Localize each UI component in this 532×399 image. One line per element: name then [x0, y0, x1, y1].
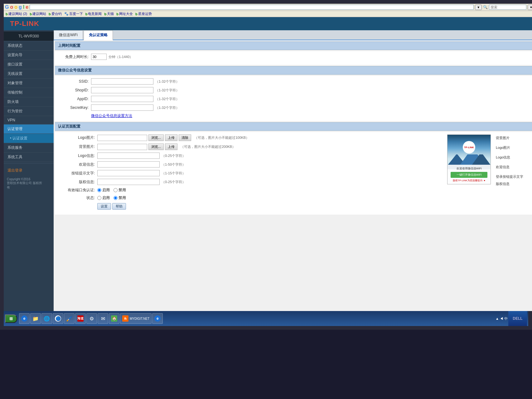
status-enable-radio[interactable]	[97, 196, 101, 200]
taskbar-browser-icon[interactable]: 🌐	[41, 313, 52, 324]
status-disable-label[interactable]: 禁用	[114, 195, 126, 201]
label-copyright: 版权信息:	[60, 179, 97, 185]
nav-button[interactable]: ▼	[475, 5, 482, 10]
sidebar-logout[interactable]: 退出登录	[4, 166, 54, 175]
logo-clear-button[interactable]: 清除	[179, 134, 191, 141]
router-page: TP-LINK TL-WVR300 系统状态 设置向导 接口设置 无线设置 对象…	[4, 17, 532, 311]
input-appid[interactable]	[91, 96, 153, 102]
taskbar-haidao-icon[interactable]: 海道	[75, 313, 86, 324]
taskbar-mydigit-icon[interactable]: 热 MYDIGIT.NET	[120, 313, 152, 324]
form-row-copyright: 版权信息: （0-25个字符）	[60, 179, 441, 185]
taskbar-share-icon[interactable]: ⚙	[86, 313, 97, 324]
label-logo-img: Logo图片:	[60, 135, 97, 140]
sidebar-item-system-status[interactable]: 系统状态	[4, 41, 54, 51]
taskbar-folder-icon[interactable]: 📁	[30, 313, 41, 324]
form-row-logo-img: Logo图片: 浏览... 上传 清除 （可选，图片大小不能超过100KB）	[60, 134, 441, 141]
sidebar-item-transmission[interactable]: 传输控制	[4, 88, 54, 97]
bookmark-aitaidiao[interactable]: b 爱台钓	[49, 12, 62, 16]
bookmark-icon-b2: b	[30, 12, 32, 16]
section-header-auth-page: 认证页面配置	[55, 122, 532, 131]
bookmark-esports[interactable]: b 电竞新闻	[85, 12, 102, 16]
bookmark-tianmao[interactable]: b 天猫	[104, 12, 114, 16]
hint-ssid: （1-32个字符）	[155, 79, 179, 84]
sidebar-item-interface[interactable]: 接口设置	[4, 60, 54, 69]
input-copyright[interactable]	[97, 179, 160, 185]
input-logo-info[interactable]	[97, 153, 160, 159]
taskbar-ie-icon[interactable]: e	[19, 313, 30, 324]
browser-logo-g2: g	[19, 4, 22, 10]
bg-browse-button[interactable]: 浏览...	[148, 144, 164, 150]
bookmark-xingzuo[interactable]: b 星座运势	[135, 12, 152, 16]
taskbar-home-icon[interactable]: 🏠	[109, 313, 119, 324]
status-enable-label[interactable]: 启用	[97, 195, 110, 201]
bookmark-jianyiwangzhan2[interactable]: b 建议网站 (2)	[6, 12, 27, 16]
form-row-logo-info: Logo信息: （0-25个字符）	[60, 153, 441, 159]
label-ssid: SSID:	[60, 79, 91, 84]
form-row-port-auth: 有效端口免认证: 启用 禁用	[60, 187, 441, 193]
sidebar-item-setup-wizard[interactable]: 设置向导	[4, 51, 54, 60]
logo-browse-button[interactable]: 浏览...	[148, 134, 164, 141]
taskbar-time: ▲ ◀ 中	[496, 316, 508, 321]
form-row-appid: AppID: （1-32个字符）	[60, 96, 530, 102]
sidebar-item-auth-settings[interactable]: • 认证设置	[4, 134, 54, 143]
bookmarks-bar: b 建议网站 (2) b 建议网站 b 爱台钓 🐾 百度一下 b 电竞新闻 b …	[4, 11, 532, 17]
browser-logo-e: e	[26, 4, 28, 10]
sidebar-item-firewall[interactable]: 防火墙	[4, 97, 54, 107]
port-auth-enable-radio[interactable]	[97, 188, 101, 192]
port-auth-disable-label[interactable]: 禁用	[114, 187, 126, 193]
input-btn-text[interactable]	[97, 170, 160, 176]
address-bar[interactable]	[30, 5, 474, 10]
taskbar-right-area: ▲ ◀ 中	[496, 316, 508, 321]
label-shopid: ShopID:	[60, 88, 91, 92]
sidebar-item-object-mgmt[interactable]: 对象管理	[4, 79, 54, 88]
help-button[interactable]: 帮助	[112, 203, 126, 210]
sidebar-item-system-tools[interactable]: 系统工具	[4, 153, 54, 162]
input-ssid[interactable]	[91, 78, 153, 85]
bookmark-wangzhi[interactable]: b 网址大全	[116, 12, 133, 16]
input-welcome[interactable]	[97, 161, 160, 168]
port-auth-disable-radio[interactable]	[114, 188, 118, 192]
sidebar-item-vpn[interactable]: VPN	[4, 116, 54, 124]
bg-file-input[interactable]	[97, 144, 147, 150]
browser-logo-o: o	[10, 4, 13, 10]
hint-copyright: （0-25个字符）	[162, 180, 186, 184]
logo-file-input[interactable]	[97, 135, 147, 141]
taskbar-ie2-icon[interactable]: e	[152, 313, 163, 324]
save-button[interactable]: 设置	[97, 203, 111, 210]
form-row-duration: 免费上网时长: 分钟（1-1440）	[60, 54, 530, 60]
bookmark-baidu[interactable]: 🐾 百度一下	[64, 12, 83, 16]
taskbar-paint-icon[interactable]: 🖌️	[64, 313, 75, 324]
taskbar-mail-icon[interactable]: ✉	[98, 313, 108, 324]
status-radio-group: 启用 禁用	[97, 195, 126, 201]
form-wechat-config: SSID: （1-32个字符） ShopID: （1-32个字符） AppID:	[55, 76, 532, 121]
bookmark-icon-b4: b	[85, 12, 88, 16]
form-auth-page: Logo图片: 浏览... 上传 清除 （可选，图片大小不能超过100KB）	[55, 132, 532, 215]
tab-free-auth[interactable]: 免认证策略	[84, 30, 113, 40]
form-row-actions: 设置 帮助	[60, 203, 441, 210]
port-auth-enable-label[interactable]: 启用	[97, 187, 110, 193]
wechat-config-link[interactable]: 微信公众号信息设置方法	[91, 114, 132, 118]
tp-link-logo: TP-LINK	[10, 20, 39, 28]
sidebar-device-name: TL-WVR300	[4, 32, 54, 41]
start-button[interactable]: ⊞	[5, 314, 17, 323]
search-input[interactable]	[489, 5, 526, 10]
sidebar-item-system-service[interactable]: 系统服务	[4, 143, 54, 153]
preview-overlay: 欢迎使用微信连WiFi 一键打开微信连WiFi 版权TP-LINK为您温馨提示:…	[447, 165, 491, 184]
input-duration[interactable]	[91, 54, 107, 60]
taskbar-chrome-icon[interactable]: 🔵	[53, 313, 63, 324]
annotation-copyright: 版权信息	[496, 182, 523, 186]
sidebar-item-behavior[interactable]: 行为管控	[4, 107, 54, 116]
logo-upload-button[interactable]: 上传	[165, 134, 177, 141]
input-shopid[interactable]	[91, 87, 153, 93]
status-disable-radio[interactable]	[114, 196, 118, 200]
input-secretkey[interactable]	[91, 105, 153, 111]
tab-wechat-wifi[interactable]: 微信连WiFi	[54, 30, 83, 40]
preview-copyright-text: 版权TP-LINK为您温馨提示: ●	[449, 179, 489, 182]
router-body: TL-WVR300 系统状态 设置向导 接口设置 无线设置 对象管理 传输控制 …	[4, 30, 532, 311]
bg-upload-button[interactable]: 上传	[165, 144, 177, 150]
search-button[interactable]: ▼	[528, 5, 532, 10]
bookmark-jianyiwangzhan[interactable]: b 建议网站	[30, 12, 46, 16]
preview-welcome-text: 欢迎使用微信连WiFi	[449, 167, 489, 171]
sidebar-item-wireless[interactable]: 无线设置	[4, 69, 54, 79]
sidebar-item-auth-mgmt[interactable]: 认证管理	[4, 124, 54, 134]
